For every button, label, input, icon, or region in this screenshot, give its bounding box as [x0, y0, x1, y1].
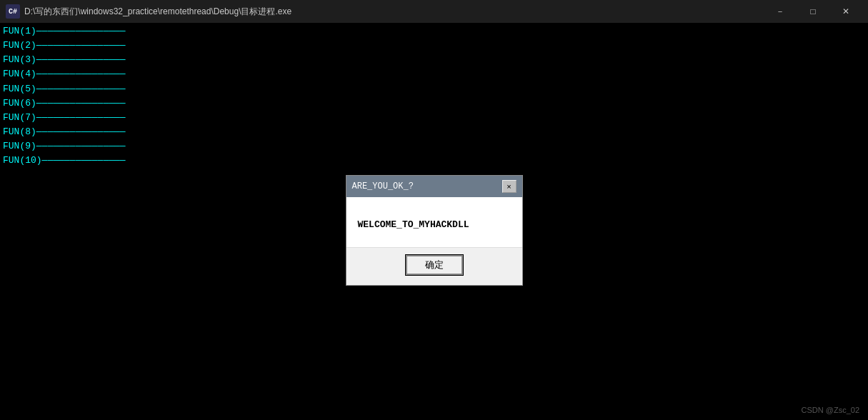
title-bar-text: D:\写的东西们\windows32_practice\remotethread… — [24, 6, 764, 18]
maximize-button[interactable]: □ — [797, 0, 829, 23]
console-line: FUN(8)———————————————— — [3, 125, 865, 139]
dialog-box: ARE_YOU_OK_? × WELCOME_TO_MYHACKDLL 确定 — [346, 175, 523, 286]
console-line: FUN(5)———————————————— — [3, 82, 865, 96]
dialog-body: WELCOME_TO_MYHACKDLL — [346, 197, 522, 247]
watermark: CSDN @Zsc_02 — [802, 406, 859, 414]
console-line: FUN(10)——————————————— — [3, 154, 865, 168]
console-line: FUN(2)———————————————— — [3, 39, 865, 53]
dialog-close-button[interactable]: × — [502, 180, 517, 193]
console-line: FUN(7)———————————————— — [3, 111, 865, 125]
title-bar: C# D:\写的东西们\windows32_practice\remotethr… — [0, 0, 868, 23]
console-line: FUN(6)———————————————— — [3, 96, 865, 111]
console-lines: FUN(1)————————————————FUN(2)————————————… — [3, 24, 865, 168]
console-line: FUN(4)———————————————— — [3, 67, 865, 81]
dialog-footer: 确定 — [346, 247, 522, 285]
close-button[interactable]: ✕ — [829, 0, 862, 23]
dialog-titlebar: ARE_YOU_OK_? × — [346, 176, 522, 197]
console-line: FUN(3)———————————————— — [3, 53, 865, 67]
dialog-ok-button[interactable]: 确定 — [406, 255, 463, 275]
console-area: FUN(1)————————————————FUN(2)————————————… — [0, 23, 868, 420]
console-line: FUN(1)———————————————— — [3, 24, 865, 39]
window-controls: － □ ✕ — [764, 0, 862, 23]
dialog-title: ARE_YOU_OK_? — [352, 181, 414, 191]
app-icon: C# — [6, 4, 20, 19]
console-line: FUN(9)———————————————— — [3, 139, 865, 154]
dialog-message: WELCOME_TO_MYHACKDLL — [358, 219, 469, 230]
minimize-button[interactable]: － — [764, 0, 797, 23]
